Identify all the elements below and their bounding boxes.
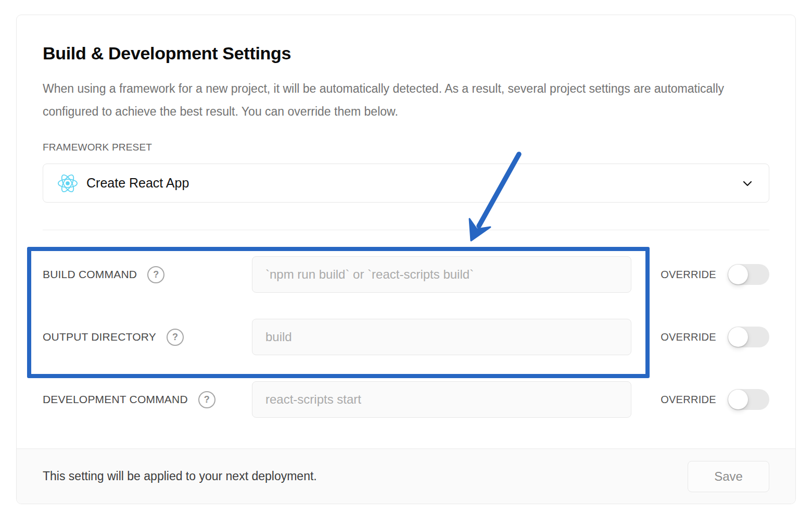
help-icon[interactable]: ? [167,329,184,346]
output-directory-override-toggle[interactable] [728,327,769,347]
settings-card: Build & Development Settings When using … [16,15,796,504]
override-label: OVERRIDE [661,394,716,406]
build-command-row: BUILD COMMAND ? OVERRIDE [43,256,769,293]
build-command-input[interactable] [252,256,631,293]
output-directory-input[interactable] [252,319,631,355]
footer-note: This setting will be applied to your nex… [43,469,317,483]
build-command-label: BUILD COMMAND [43,268,137,281]
build-command-override-toggle[interactable] [728,264,769,285]
section-divider [43,230,769,230]
framework-preset-label: FRAMEWORK PRESET [43,142,769,153]
help-icon[interactable]: ? [198,391,215,408]
toggle-knob [728,265,748,284]
override-label: OVERRIDE [661,269,716,281]
page-title: Build & Development Settings [43,43,769,64]
development-command-row: DEVELOPMENT COMMAND ? OVERRIDE [43,381,769,418]
override-label: OVERRIDE [661,331,716,343]
development-command-label: DEVELOPMENT COMMAND [43,393,188,406]
card-footer: This setting will be applied to your nex… [17,448,795,504]
development-command-override-toggle[interactable] [728,389,769,410]
help-icon[interactable]: ? [147,266,164,283]
toggle-knob [728,390,748,409]
framework-preset-select[interactable]: Create React App [43,164,769,203]
toggle-knob [728,327,748,347]
save-button[interactable]: Save [688,461,769,492]
settings-description: When using a framework for a new project… [43,77,755,123]
output-directory-label: OUTPUT DIRECTORY [43,331,156,343]
development-command-input[interactable] [252,381,631,418]
output-directory-row: OUTPUT DIRECTORY ? OVERRIDE [43,319,769,355]
chevron-down-icon [740,176,755,191]
react-logo-icon [57,173,79,193]
framework-preset-value: Create React App [86,176,189,191]
